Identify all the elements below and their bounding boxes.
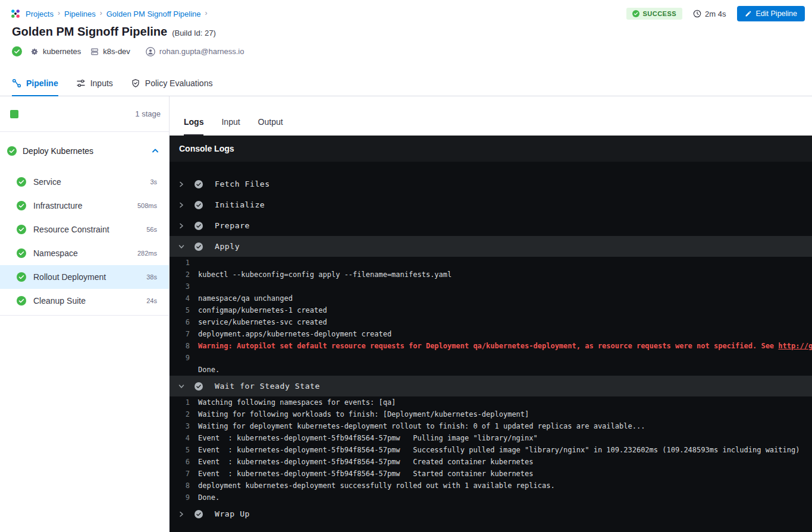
stage-success-icon [7, 146, 17, 156]
line-number: 8 [170, 480, 190, 492]
step-success-icon [17, 248, 26, 258]
breadcrumb-link-pipelines[interactable]: Pipelines [64, 10, 96, 18]
tab-label: Pipeline [26, 78, 58, 88]
edit-pipeline-label: Edit Pipeline [756, 10, 798, 18]
log-section-name: Prepare [215, 221, 250, 230]
stage-name: Deploy Kubernetes [23, 146, 145, 156]
user-group: rohan.gupta@harness.io [146, 47, 244, 56]
log-section-wait-for-steady-state[interactable]: Wait for Steady State [170, 376, 812, 396]
breadcrumb-link-projects[interactable]: Projects [26, 10, 54, 18]
cluster-group: k8s-dev [90, 47, 130, 56]
edit-pipeline-button[interactable]: Edit Pipeline [737, 6, 805, 21]
stage-summary: 1 stage [0, 96, 169, 132]
line-number: 3 [170, 420, 190, 432]
section-success-icon [195, 180, 203, 188]
log-section-name: Initialize [215, 200, 265, 209]
line-number: 1 [170, 396, 190, 408]
section-success-icon [195, 510, 203, 518]
stage-status-square [10, 110, 18, 118]
step-cleanup-suite[interactable]: Cleanup Suite24s [0, 289, 169, 313]
log-line: Done. [170, 364, 812, 376]
log-section-name: Apply [215, 242, 240, 251]
chevron-down-icon[interactable] [178, 244, 185, 250]
line-text [190, 281, 198, 292]
log-line: 8deployment kubernetes-deployment succes… [170, 480, 812, 492]
log-line: 8Warning: Autopilot set default resource… [170, 340, 812, 352]
log-tab-input[interactable]: Input [221, 117, 240, 136]
status-badge: SUCCESS [626, 8, 682, 20]
execution-detail-panel: LogsInputOutput Console Logs Fetch Files… [170, 96, 812, 532]
log-section-apply[interactable]: Apply [170, 236, 812, 257]
stage-sidebar: 1 stage Deploy Kubernetes Service3sInfra… [0, 96, 170, 532]
log-line: 3Waiting for deployment kubernetes-deplo… [170, 420, 812, 432]
policy-icon [131, 78, 140, 88]
log-tab-logs[interactable]: Logs [184, 117, 203, 136]
step-duration: 3s [150, 178, 157, 185]
log-section-wrap-up[interactable]: Wrap Up [170, 503, 812, 524]
inputs-icon [76, 78, 86, 88]
breadcrumb-link-golden-pm-signoff-pipeline[interactable]: Golden PM Signoff Pipeline [106, 10, 201, 18]
log-line: 4Event : kubernetes-deployment-5fb94f856… [170, 432, 812, 444]
section-success-icon [195, 243, 203, 251]
environment-success-icon [12, 46, 22, 56]
log-line: 6service/kubernetes-svc created [170, 316, 812, 328]
log-tab-output[interactable]: Output [258, 117, 283, 136]
line-text: service/kubernetes-svc created [190, 316, 327, 328]
log-section-prepare[interactable]: Prepare [170, 215, 812, 236]
line-text: Event : kubernetes-deployment-5fb94f8564… [190, 456, 534, 468]
tab-policy-evaluations[interactable]: Policy Evaluations [131, 78, 213, 96]
stage-row-deploy-kubernetes[interactable]: Deploy Kubernetes [0, 132, 169, 170]
chevron-right-icon[interactable] [178, 223, 185, 229]
user-avatar-icon [146, 47, 155, 56]
chevron-right-icon[interactable] [178, 181, 185, 187]
log-line: 7deployment.apps/kubernetes-deployment c… [170, 328, 812, 340]
step-resource-constraint[interactable]: Resource Constraint56s [0, 218, 169, 241]
harness-logo-icon[interactable] [10, 8, 21, 20]
log-link[interactable]: http://g [778, 342, 812, 350]
line-number: 5 [170, 304, 190, 316]
meta-row: kubernetes k8s-dev rohan.gupta@harness.i… [0, 39, 812, 56]
build-id: (Build Id: 27) [172, 29, 216, 37]
step-infrastructure[interactable]: Infrastructure508ms [0, 194, 169, 218]
line-text: Waiting for deployment kubernetes-deploy… [190, 420, 645, 432]
line-number: 7 [170, 468, 190, 480]
cluster-icon [90, 48, 99, 56]
line-number: 6 [170, 456, 190, 468]
log-line: 1 [170, 257, 812, 269]
step-rollout-deployment[interactable]: Rollout Deployment38s [0, 265, 169, 289]
title-row: Golden PM Signoff Pipeline (Build Id: 27… [0, 24, 812, 39]
line-number: 8 [170, 340, 190, 352]
chevron-right-icon[interactable] [178, 511, 185, 517]
step-name: Service [33, 177, 143, 187]
log-section-name: Wrap Up [215, 509, 250, 518]
line-text: Event : kubernetes-deployment-5fb94f8564… [190, 432, 538, 444]
step-success-icon [17, 201, 26, 210]
execution-duration: 2m 4s [693, 10, 726, 18]
step-name: Rollout Deployment [33, 272, 139, 282]
log-section-initialize[interactable]: Initialize [170, 194, 812, 215]
line-number: 2 [170, 408, 190, 420]
step-service[interactable]: Service3s [0, 170, 169, 194]
clock-icon [693, 10, 701, 18]
log-line: 5configmap/kubernetes-1 created [170, 304, 812, 316]
line-number: 2 [170, 269, 190, 281]
line-text: Event : kubernetes-deployment-5fb94f8564… [190, 444, 800, 456]
step-success-icon [17, 177, 26, 187]
step-namespace[interactable]: Namespace282ms [0, 241, 169, 265]
success-check-icon [632, 10, 639, 17]
console-body[interactable]: Fetch FilesInitializePrepareApply12kubec… [170, 162, 812, 532]
infra-type-group: kubernetes [30, 47, 81, 56]
log-block-wait-for-steady-state: 1Watching following namespaces for event… [170, 396, 812, 503]
console-header: Console Logs [170, 136, 812, 162]
chevron-down-icon[interactable] [178, 383, 185, 389]
log-section-fetch-files[interactable]: Fetch Files [170, 174, 812, 194]
tab-inputs[interactable]: Inputs [76, 78, 113, 96]
tab-pipeline[interactable]: Pipeline [12, 78, 58, 96]
log-line: 5Event : kubernetes-deployment-5fb94f856… [170, 444, 812, 456]
log-line: 7Event : kubernetes-deployment-5fb94f856… [170, 468, 812, 480]
step-duration: 56s [146, 226, 157, 233]
chevron-up-icon[interactable] [151, 147, 159, 155]
user-email: rohan.gupta@harness.io [159, 47, 244, 56]
chevron-right-icon[interactable] [178, 202, 185, 208]
gear-icon [30, 48, 39, 56]
